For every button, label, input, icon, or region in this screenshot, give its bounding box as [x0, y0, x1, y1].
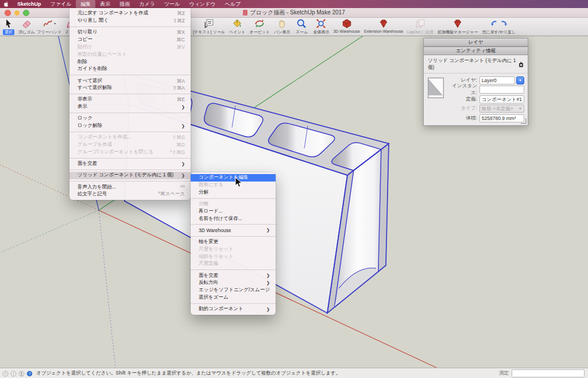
edit-menu-item[interactable]: すべて選択解除⇧⌘A [69, 84, 191, 92]
freehand-tool-button[interactable]: ▾フリーハンド [37, 18, 62, 35]
submenu-item[interactable]: 分解 [191, 189, 276, 196]
submenu-item[interactable]: 尺度定義 [191, 260, 276, 268]
undo-redo-button[interactable]: 元に戻す/やり直し [482, 18, 516, 35]
edit-menu-item[interactable]: 切り取り⌘X [69, 29, 191, 36]
zoom-extents-tool-button[interactable]: 全体表示 [313, 18, 329, 35]
menu-item-label: 再ロード... [199, 208, 222, 215]
edit-menu-item[interactable]: コンポーネントを作成...⇧⌘G [69, 134, 191, 141]
edit-menu-item[interactable]: やり直し 開く⇧⌘Z [69, 17, 191, 25]
layer-select[interactable]: Layer0 [479, 76, 515, 84]
edit-menu-separator [69, 181, 191, 182]
menu-item-label: 分解 [199, 189, 208, 196]
close-window-button[interactable] [5, 10, 11, 16]
zoom-window-button[interactable] [23, 10, 29, 16]
submenu-item[interactable]: 名前を付けて保存... [191, 215, 276, 222]
submenu-item[interactable]: 再ロード... [191, 208, 276, 215]
instance-input[interactable] [479, 86, 524, 94]
edit-menu-item[interactable]: 所定の位置にペースト [69, 51, 191, 58]
help-icon[interactable]: ? [2, 371, 9, 377]
edit-menu-item[interactable]: 削除 [69, 58, 191, 65]
minimize-window-button[interactable] [14, 10, 20, 16]
submenu-item[interactable]: エッジをソフトニング/スムージング [191, 287, 276, 294]
menu-item-label: 軸を変更 [199, 238, 218, 245]
submenu-item[interactable]: 3D Warehouse❯ [191, 227, 276, 234]
menu-shortcut: ⌘E [171, 97, 185, 102]
menu-shortcut: ⌘Z [171, 10, 185, 16]
tool-label: 拡張機能マネージャー [438, 29, 478, 35]
menu-item-label: 名前を付けて保存... [199, 215, 242, 222]
edit-menu-item[interactable]: 貼付け⌘V [69, 44, 191, 51]
edit-menu-item[interactable]: 音声入力を開始...^^ [69, 183, 191, 191]
edit-menu-item[interactable]: 元に戻す コンポーネントを作成⌘Z [69, 10, 191, 17]
edit-menu-item[interactable]: すべて選択⌘A [69, 77, 191, 84]
entity-info-header[interactable]: エンティティ情報 [423, 47, 528, 55]
instructor-icon[interactable]: ? [26, 371, 33, 377]
menubar-item-camera[interactable]: カメラ [134, 0, 160, 8]
paint-tool-button[interactable]: ペイント [229, 18, 246, 35]
definition-input[interactable]: コンポーネント#1 [479, 95, 524, 103]
measurements-input[interactable] [512, 369, 585, 377]
menubar-item-tools[interactable]: ツール [160, 0, 184, 8]
entity-info-panel: レイヤ エンティティ情報 ソリッド コンポーネント (モデル内に 1 個) レイ… [423, 38, 528, 126]
edit-menu-item[interactable]: ソリッド コンポーネント (モデル内に 1 個)❯ [69, 172, 191, 179]
menu-shortcut: ⌘X [171, 29, 185, 35]
menubar-item-view[interactable]: 表示 [95, 0, 115, 8]
menu-item-label: 絵文字と記号 [78, 191, 107, 198]
edit-menu-item[interactable]: ロック解除❯ [69, 122, 191, 130]
menubar-item-edit[interactable]: 編集 [76, 0, 95, 8]
menu-item-label: 動的コンポーネント [199, 306, 243, 313]
edit-menu-item[interactable]: 非表示⌘E [69, 96, 191, 103]
zoom-tool-button[interactable]: ズーム [294, 18, 309, 35]
submenu-item[interactable]: 反転方向❯ [191, 279, 276, 287]
edit-menu-item[interactable]: コピー⌘C [69, 36, 191, 44]
resize-grip[interactable] [521, 118, 527, 124]
pan-tool-button[interactable]: パン表示 [274, 18, 290, 35]
tool-label: オービット [249, 29, 270, 35]
edit-menu-item[interactable]: ガイドを削除 [69, 65, 191, 73]
submenu-separator [191, 198, 276, 199]
menubar-item-window[interactable]: ウィンドウ [184, 0, 220, 8]
eraser-tool-button[interactable]: 消しゴム [18, 18, 35, 35]
submenu-item[interactable]: 固有にする [191, 182, 276, 189]
layout-send-button[interactable]: LayOut に送信 [407, 18, 434, 35]
edit-menu-item[interactable]: 面を交差❯ [69, 160, 191, 168]
submenu-item[interactable]: 面を交差❯ [191, 272, 276, 279]
menubar-item-sketchup[interactable]: SketchUp [13, 0, 46, 8]
edit-menu-item[interactable]: ロック [69, 115, 191, 122]
submenu-item[interactable]: 軸を変更 [191, 238, 276, 246]
credits-icon[interactable] [18, 371, 25, 377]
edit-menu-item[interactable]: グループを作成⌘G [69, 141, 191, 149]
menu-item-label: 選択をズーム [199, 294, 229, 301]
component-options-icon[interactable] [518, 61, 524, 68]
text-tool-button[interactable]: [テキスト] ツール [193, 18, 225, 35]
menu-item-label: 3D Warehouse [199, 227, 231, 233]
edit-menu-item[interactable]: 表示❯ [69, 103, 191, 111]
submenu-item[interactable]: 分離 [191, 200, 276, 208]
menu-item-label: 音声入力を開始... [78, 184, 116, 191]
menubar-item-file[interactable]: ファイル [46, 0, 76, 8]
edit-menu-separator [69, 113, 191, 113]
select-tool-button[interactable]: 選択 [1, 18, 16, 35]
extension-manager-button[interactable]: 拡張機能マネージャー [438, 18, 478, 35]
layers-panel-header[interactable]: レイヤ [423, 38, 528, 47]
submenu-item[interactable]: 動的コンポーネント❯ [191, 306, 276, 313]
edit-menu-item[interactable]: グループ/コンポーネントを閉じる^⇧⌘G [69, 149, 191, 156]
layer-dropdown-button[interactable]: ▼ [516, 76, 524, 84]
menubar-item-draw[interactable]: 描画 [115, 0, 134, 8]
component-thumbnail[interactable] [428, 78, 444, 98]
submenu-item[interactable]: 傾斜をリセット [191, 253, 276, 260]
submenu-item[interactable]: コンポーネントを編集 [191, 174, 276, 182]
info-icon[interactable]: i [10, 371, 17, 377]
edit-menu-item[interactable]: 絵文字と記号^⌘スペース [69, 191, 191, 198]
apple-menu[interactable] [0, 1, 13, 7]
submenu-arrow-icon: ❯ [178, 173, 185, 178]
submenu-item[interactable]: 尺度をリセット [191, 246, 276, 253]
definition-field-label: 定義: [447, 96, 479, 103]
wh3d-icon [342, 18, 352, 29]
submenu-item[interactable]: 選択をズーム [191, 294, 276, 302]
extension-warehouse-button[interactable]: Extension Warehouse [364, 18, 403, 33]
orbit-tool-button[interactable]: オービット [249, 18, 270, 35]
menu-item-label: すべて選択 [78, 78, 102, 84]
menubar-item-help[interactable]: ヘルプ [220, 0, 245, 8]
warehouse-3d-button[interactable]: 3D Warehouse [333, 18, 359, 33]
